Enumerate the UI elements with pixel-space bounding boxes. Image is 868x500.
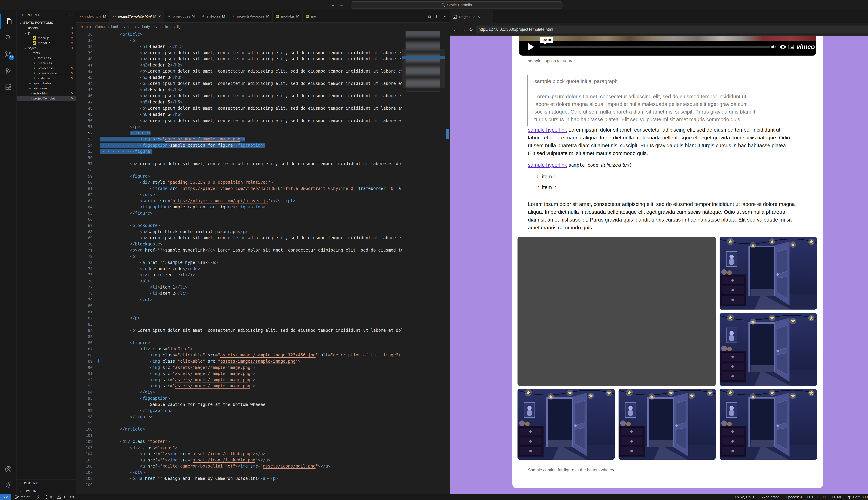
chevron-down-icon: ⌄ [24,31,27,35]
code-line: 108 <p><a href="">Design and Theme by Ca… [76,476,402,482]
vimeo-logo[interactable]: vimeo [796,43,815,50]
sample-hyperlink[interactable]: sample hyperlink [528,127,567,133]
settings-gear-icon[interactable] [780,44,786,51]
door-photo[interactable] [720,313,817,386]
status-item-radio[interactable]: 0 [70,495,78,499]
code-lines: 36 <article>37 <p>38 <h1>Header 1</h1>39… [76,31,402,488]
editor-tab[interactable]: #projectsPage.cssM [228,10,273,22]
image-grid [517,237,817,460]
volume-icon[interactable] [770,44,777,51]
history-forward-icon[interactable]: → [339,2,344,8]
activity-accounts[interactable] [0,462,16,477]
code-line: 73 <a href="">sample hyperlink</a> [76,260,402,266]
file-row[interactable]: ◆.gitattributes [17,81,76,86]
activity-explorer[interactable] [0,13,16,29]
breadcrumb-item[interactable]: projectTemplate.html [86,25,118,29]
editor-action-icon[interactable]: ⧉ [428,14,431,19]
explorer-more-icon[interactable]: ··· [69,13,73,18]
status-item-lf[interactable]: LF [823,495,827,499]
file-row[interactable]: #fonts.css [17,56,76,60]
activity-source-control[interactable]: 11 [0,46,16,62]
status-item-ln[interactable]: Ln 52, Col 13 (156 selected) [735,495,781,499]
file-row[interactable]: <>index.htmlM [17,91,76,96]
file-label: fonts [33,51,40,55]
close-icon[interactable]: ✕ [477,15,480,19]
file-row[interactable]: #style.cssM [17,76,76,81]
editor-tab[interactable]: #style.cssM [198,10,228,22]
file-row[interactable]: ›fonts [17,50,76,56]
status-item-radio[interactable]: Port: 3000 [847,495,868,499]
chevron-right-icon: › [19,482,22,485]
activity-run-debug[interactable] [0,63,16,79]
minimap[interactable] [402,31,445,494]
status-item-sync[interactable] [35,495,39,499]
status-item-warn[interactable]: 0 [57,495,65,499]
browser-forward-icon[interactable]: → [461,27,466,32]
door-photo[interactable] [720,237,817,309]
breadcrumb-item[interactable]: article [159,25,168,29]
status-item-html[interactable]: HTML [832,495,842,499]
sample-hyperlink[interactable]: sample hyperlink [528,162,567,168]
status-item-error[interactable]: 0 [44,495,52,499]
file-row[interactable]: ⌄js [17,30,76,35]
file-row[interactable]: #projectsPage....M [17,71,76,76]
breadcrumb[interactable]: <>projectTemplate.html›⬡html›⬡body›⬡arti… [76,23,450,31]
editor-action-icon[interactable]: ◫ [435,14,438,19]
url-input[interactable]: http://127.0.0.1:3000/projectTemplate.ht… [476,25,868,34]
remote-indicator[interactable]: >< [0,494,11,500]
file-row[interactable]: #menu.css [17,60,76,66]
activity-extensions[interactable] [0,80,16,95]
browser-tab[interactable]: Page Title ✕ [450,10,493,23]
file-row[interactable]: #project.cssM [17,66,76,71]
browser-reload-icon[interactable]: ↻ [469,26,473,32]
door-photo[interactable] [618,389,716,460]
breadcrumb-separator: › [135,25,136,29]
editor-tab[interactable]: JSmodal.jsM [273,10,302,22]
play-icon[interactable] [528,43,534,50]
file-row[interactable]: JSmenu.jsM [17,35,76,41]
file-row[interactable]: ›assets [17,25,76,30]
editor-action-icon[interactable]: ⋯ [442,14,446,19]
status-item-utf8[interactable]: UTF-8 [807,495,818,499]
timeline-section[interactable]: ›TIMELINE [17,487,76,495]
file-row[interactable]: <>projectTemplat...M [17,96,76,101]
status-item-spaces[interactable]: Spaces: 4 [786,495,802,499]
code-line: 90 <img src="assets/images/sample-image.… [76,365,402,371]
activity-search[interactable] [0,30,16,46]
sync-icon [35,495,39,499]
breadcrumb-item[interactable]: html [127,25,133,29]
broken-image-placeholder[interactable] [517,237,716,386]
modified-badge: M [71,76,73,80]
html-file-icon: <> [80,15,83,18]
editor-tab[interactable]: <>index.htmlM [76,10,110,22]
outline-section[interactable]: ›OUTLINE [17,479,76,487]
code-line: 109 [76,482,402,488]
code-editor[interactable]: 36 <article>37 <p>38 <h1>Header 1</h1>39… [76,31,450,494]
file-row[interactable]: ⌄styles [17,45,76,50]
pip-icon[interactable] [788,44,795,51]
code-line: 40 <p>Lorem ipsum dolor sit amet, consec… [76,56,402,62]
editor-tab[interactable]: #project.cssM [164,10,198,22]
editor-tab[interactable]: JSme [302,10,319,22]
door-photo[interactable] [720,389,817,460]
activity-settings[interactable] [0,477,16,493]
command-center-search[interactable]: Static-Portfolio [351,1,562,9]
history-back-icon[interactable]: ← [331,2,335,8]
video-progress-bar[interactable] [540,46,770,48]
close-icon[interactable]: ✕ [158,14,161,19]
title-bar: ← → Static-Portfolio [0,0,868,10]
file-label: .gitignore [33,87,47,90]
js-file-icon: JS [276,14,279,18]
vimeo-player[interactable]: 00:19 vimeo [519,36,816,56]
editor-tab[interactable]: <>projectTemplate.htmlM✕ [110,10,164,22]
chevron-down-icon: ⌄ [24,46,27,50]
browser-back-icon[interactable]: ← [453,27,458,32]
breadcrumb-item[interactable]: body [142,25,150,29]
status-item-branch[interactable]: main* [15,495,30,499]
door-photo[interactable] [517,389,615,460]
breadcrumb-item[interactable]: figure [177,25,185,29]
workspace-root-folder[interactable]: ⌄ STATIC-PORTFOLIO [17,20,76,25]
breadcrumb-separator: › [119,25,121,29]
file-row[interactable]: JSmodal.jsM [17,41,76,45]
file-row[interactable]: ◆.gitignore [17,86,76,91]
